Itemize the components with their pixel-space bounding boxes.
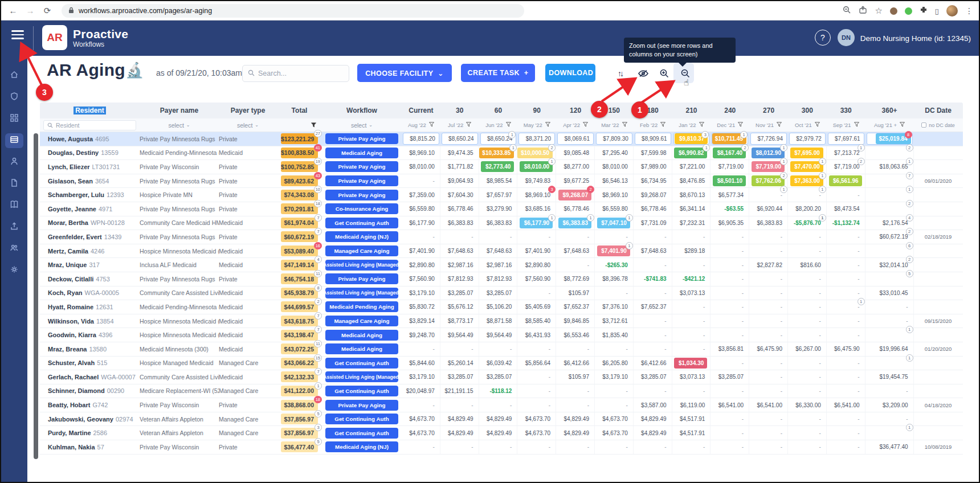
sidebar-item-apps[interactable] bbox=[5, 112, 23, 126]
aging-cell[interactable]: - bbox=[556, 258, 595, 272]
column-header-30[interactable]: 30 bbox=[440, 107, 479, 114]
total-cell[interactable]: $74,343.0810 bbox=[277, 188, 322, 202]
aging-cell[interactable]: $3,279.90 bbox=[479, 202, 518, 216]
aging-cell[interactable]: $3,179.10 bbox=[595, 370, 634, 384]
aging-cell[interactable]: - bbox=[672, 300, 711, 314]
aging-cell[interactable]: $5,260.14 bbox=[440, 357, 479, 370]
aging-cell[interactable]: $9,085.48 bbox=[556, 146, 595, 160]
aging-cell[interactable]: $5,856.64 bbox=[517, 357, 556, 370]
sidebar-item-settings[interactable] bbox=[5, 263, 23, 278]
aging-cell[interactable]: 1 bbox=[865, 357, 914, 370]
aging-cell[interactable]: $3,073.13 bbox=[672, 286, 711, 300]
aging-cell[interactable]: $4,673.70 bbox=[517, 426, 556, 440]
aging-cell[interactable]: $8,650.24 bbox=[442, 133, 478, 145]
aging-cell[interactable]: - bbox=[865, 314, 914, 328]
aging-cell[interactable]: $8,396.78 bbox=[595, 272, 634, 286]
browser-zoom-icon[interactable] bbox=[843, 6, 851, 17]
aging-cell[interactable]: $8,585.40 bbox=[517, 314, 556, 328]
aging-cell[interactable]: $3,587.00 bbox=[634, 398, 672, 412]
aging-cell[interactable]: $7,401.90 bbox=[402, 244, 440, 258]
resident-cell[interactable]: Hyatt, Romaine12631 bbox=[40, 300, 140, 314]
aging-cell[interactable]: $10,711.451 bbox=[712, 133, 748, 145]
aging-cell[interactable]: $3,179.10 bbox=[402, 286, 440, 300]
aging-cell[interactable]: $7,648.63 bbox=[479, 244, 518, 258]
aging-cell[interactable]: $289.18 bbox=[672, 244, 711, 258]
aging-cell[interactable]: $7,652.37 bbox=[634, 300, 672, 314]
aging-cell[interactable]: $4,829.49 bbox=[634, 412, 672, 426]
aging-cell[interactable]: $6,267.00 bbox=[788, 342, 827, 356]
aging-cell[interactable]: - bbox=[710, 314, 749, 328]
table-row[interactable]: Mraz, Breana13580Medicaid Minnesota (300… bbox=[40, 342, 963, 357]
aging-cell[interactable]: $6,383.83 bbox=[440, 216, 479, 230]
aging-cell[interactable]: $2,827.82 bbox=[749, 258, 788, 272]
resident-cell[interactable]: Schuster, Alvah515 bbox=[40, 357, 140, 370]
aging-cell[interactable]: - bbox=[634, 314, 672, 328]
aging-cell[interactable]: - bbox=[402, 230, 440, 244]
aging-cell[interactable]: $6,553.46 bbox=[556, 328, 595, 342]
aging-cell[interactable]: - bbox=[710, 244, 749, 258]
aging-cell[interactable]: $9,564.49 bbox=[479, 328, 518, 342]
aging-cell[interactable]: - bbox=[788, 300, 827, 314]
aging-cell[interactable]: $3,285.07 bbox=[479, 286, 518, 300]
table-row[interactable]: Wilkinson, Vida13854Hospice Minnesota Me… bbox=[40, 314, 963, 329]
aging-cell[interactable]: $7,812.93 bbox=[440, 272, 479, 286]
column-header-payer-name[interactable]: Payer name bbox=[140, 107, 219, 114]
aging-cell[interactable]: $6,990.821 bbox=[672, 146, 711, 160]
aging-cell[interactable]: $8,969.103 bbox=[517, 188, 556, 202]
aging-cell[interactable]: $6,412.66 bbox=[556, 357, 595, 370]
aging-cell[interactable]: $6,431.93 bbox=[517, 328, 556, 342]
sort-icon[interactable]: ↑↓ bbox=[612, 66, 628, 81]
sidebar-item-users[interactable] bbox=[5, 242, 23, 256]
aging-cell[interactable]: 1 bbox=[865, 426, 914, 440]
table-row[interactable]: Koch, RyanWGA-00005Community Care Assist… bbox=[40, 286, 963, 301]
aging-cell[interactable]: $7,719.00 bbox=[710, 160, 749, 174]
aging-cell[interactable]: $8,473.54 bbox=[827, 202, 865, 216]
aging-cell[interactable]: - bbox=[595, 398, 634, 412]
user-avatar[interactable]: DN bbox=[838, 29, 855, 46]
aging-cell[interactable]: $4,517.91 bbox=[672, 426, 711, 440]
aging-cell[interactable]: $8,200.20 bbox=[788, 202, 827, 216]
aging-cell[interactable]: - bbox=[827, 370, 865, 384]
sidebar-item-documents[interactable] bbox=[5, 177, 23, 191]
aging-cell[interactable]: - bbox=[827, 426, 865, 440]
aging-cell[interactable]: - bbox=[827, 357, 865, 370]
download-button[interactable]: DOWNLOAD bbox=[545, 64, 595, 82]
aging-cell[interactable]: $3,685.16 bbox=[517, 202, 556, 216]
aging-cell[interactable]: - bbox=[827, 328, 865, 342]
aging-cell[interactable]: - bbox=[440, 398, 479, 412]
aging-cell[interactable]: - bbox=[595, 286, 634, 300]
aging-cell[interactable]: $19,996.64 bbox=[865, 342, 914, 356]
aging-cell[interactable]: - bbox=[556, 230, 595, 244]
aging-cell[interactable]: $18,063.651 bbox=[865, 160, 914, 174]
aging-cell[interactable]: $4,673.70 bbox=[402, 426, 440, 440]
resident-filter-input[interactable]: Resident bbox=[43, 120, 136, 130]
address-bar[interactable]: workflows.arproactive.com/pages/ar-aging bbox=[62, 4, 524, 18]
aging-cell[interactable]: $7,648.63 bbox=[556, 244, 595, 258]
aging-cell[interactable]: $9,268.07 bbox=[634, 188, 672, 202]
hamburger-menu-icon[interactable] bbox=[10, 28, 25, 41]
aging-cell[interactable]: - bbox=[710, 357, 749, 370]
aging-cell[interactable]: - bbox=[402, 174, 440, 188]
aging-cell[interactable]: - bbox=[710, 328, 749, 342]
total-cell[interactable]: $42,132.337 bbox=[277, 370, 322, 384]
aging-cell[interactable]: $6,383.831 bbox=[556, 216, 595, 230]
workflow-cell[interactable]: Private Pay Aging bbox=[322, 174, 402, 188]
aging-cell[interactable]: - bbox=[556, 384, 595, 398]
aging-cell[interactable]: $8,815.20 bbox=[403, 133, 439, 145]
aging-cell[interactable]: $2,890.80 bbox=[517, 258, 556, 272]
extensions-puzzle-icon[interactable] bbox=[920, 6, 928, 16]
table-row[interactable]: Beatty, HobartG742Private Pay WisconsinP… bbox=[40, 398, 963, 412]
aging-cell[interactable]: - bbox=[749, 286, 788, 300]
zoom-in-icon[interactable] bbox=[656, 66, 672, 81]
resident-cell[interactable]: Gerlach, RachaelWGA-00007 bbox=[40, 370, 140, 384]
back-arrow-icon[interactable]: ← bbox=[5, 6, 22, 15]
side-panel-icon[interactable]: ▯ bbox=[935, 7, 939, 15]
aging-cell[interactable]: $8,670.13 bbox=[672, 188, 711, 202]
aging-cell[interactable]: $7,697.61 bbox=[828, 133, 864, 145]
workflow-cell[interactable]: Get Continuing Auth bbox=[322, 412, 402, 426]
month-filter[interactable]: Dec '21 bbox=[710, 122, 749, 128]
column-header-330[interactable]: 330 bbox=[827, 107, 865, 114]
aging-cell[interactable]: $6,559.80 bbox=[402, 202, 440, 216]
browser-profile-avatar[interactable] bbox=[946, 5, 958, 17]
table-row[interactable]: Howe, Augusta4695Private Pay Minnesota R… bbox=[40, 132, 963, 146]
